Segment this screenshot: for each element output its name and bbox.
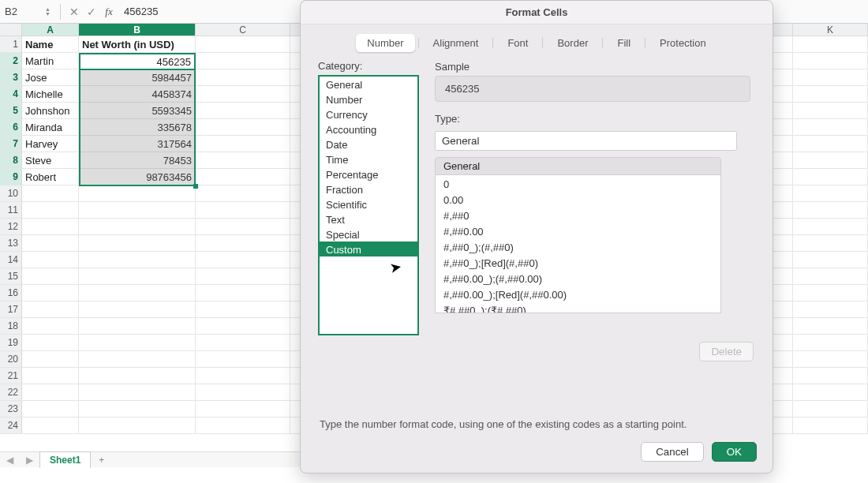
cell[interactable]: [793, 268, 868, 285]
cancel-button[interactable]: Cancel: [641, 442, 704, 462]
tab-border[interactable]: Border: [546, 34, 599, 52]
cell[interactable]: 456235: [79, 53, 196, 69]
cell[interactable]: [793, 417, 868, 434]
cell[interactable]: [793, 119, 868, 136]
cell[interactable]: [793, 235, 868, 252]
row-header[interactable]: 9: [0, 169, 22, 185]
cell[interactable]: [22, 301, 79, 318]
row-header[interactable]: 3: [0, 69, 22, 86]
row-header[interactable]: 4: [0, 86, 22, 103]
cell[interactable]: [22, 335, 79, 351]
cell[interactable]: [22, 219, 79, 235]
cell[interactable]: [196, 268, 290, 285]
cell[interactable]: [79, 219, 196, 235]
format-code-item[interactable]: #,##0.00: [436, 224, 720, 240]
cell[interactable]: [22, 202, 79, 219]
row-header[interactable]: 15: [0, 268, 22, 285]
row-header[interactable]: 11: [0, 202, 22, 219]
formula-value[interactable]: 456235: [118, 6, 158, 17]
cell[interactable]: [22, 252, 79, 268]
cell[interactable]: [196, 368, 290, 384]
format-code-item[interactable]: 0.00: [436, 193, 720, 208]
category-item[interactable]: General: [320, 77, 417, 92]
col-header-K[interactable]: K: [793, 24, 868, 36]
cell[interactable]: 98763456: [79, 169, 196, 185]
cell[interactable]: Jose: [22, 69, 79, 86]
col-header-C[interactable]: C: [196, 24, 290, 36]
cell[interactable]: [79, 384, 196, 401]
cell[interactable]: [196, 301, 290, 318]
category-item[interactable]: Fraction: [320, 182, 417, 197]
cell[interactable]: [196, 318, 290, 335]
cell[interactable]: 335678: [79, 119, 196, 136]
row-header[interactable]: 16: [0, 285, 22, 301]
cell[interactable]: [793, 335, 868, 351]
cell[interactable]: [793, 152, 868, 169]
cell[interactable]: [79, 185, 196, 202]
category-item[interactable]: Custom: [320, 242, 417, 256]
cell[interactable]: [196, 169, 290, 185]
cell[interactable]: 5593345: [79, 103, 196, 119]
cell[interactable]: [196, 69, 290, 86]
cell[interactable]: [79, 335, 196, 351]
confirm-edit-icon[interactable]: ✓: [83, 6, 100, 18]
format-code-item[interactable]: #,##0.00_);(#,##0.00): [436, 271, 720, 287]
cell[interactable]: [22, 268, 79, 285]
tab-nav-left-icon[interactable]: ◀: [0, 455, 20, 466]
format-code-item[interactable]: #,##0: [436, 208, 720, 224]
format-code-item[interactable]: ₹#,##0_);(₹#,##0): [436, 303, 720, 313]
tab-fill[interactable]: Fill: [606, 34, 642, 52]
row-header[interactable]: 19: [0, 335, 22, 351]
cell[interactable]: Michelle: [22, 86, 79, 103]
category-item[interactable]: Currency: [320, 107, 417, 122]
row-header[interactable]: 8: [0, 152, 22, 169]
row-header[interactable]: 17: [0, 301, 22, 318]
row-header[interactable]: 7: [0, 136, 22, 152]
cell[interactable]: [196, 219, 290, 235]
cell[interactable]: [196, 152, 290, 169]
row-header[interactable]: 12: [0, 219, 22, 235]
cell[interactable]: [793, 252, 868, 268]
category-item[interactable]: Number: [320, 92, 417, 107]
cell[interactable]: [196, 351, 290, 368]
tab-font[interactable]: Font: [496, 34, 539, 52]
name-box-stepper-icon[interactable]: ▲▼: [45, 7, 51, 17]
row-header[interactable]: 20: [0, 351, 22, 368]
col-header-A[interactable]: A: [22, 24, 79, 36]
cell[interactable]: Steve: [22, 152, 79, 169]
tab-nav-right-icon[interactable]: ▶: [20, 455, 39, 466]
cell[interactable]: [22, 318, 79, 335]
cell[interactable]: [196, 36, 290, 53]
category-item[interactable]: Text: [320, 212, 417, 227]
cell[interactable]: [793, 318, 868, 335]
cell[interactable]: [22, 368, 79, 384]
row-header[interactable]: 18: [0, 318, 22, 335]
format-code-item[interactable]: 0: [436, 177, 720, 193]
cell[interactable]: [79, 368, 196, 384]
cell[interactable]: Martin: [22, 53, 79, 69]
select-all-corner[interactable]: [0, 24, 22, 36]
cell[interactable]: Name: [22, 36, 79, 53]
cell[interactable]: [196, 335, 290, 351]
cell[interactable]: [793, 69, 868, 86]
row-header[interactable]: 10: [0, 185, 22, 202]
row-header[interactable]: 13: [0, 235, 22, 252]
category-list[interactable]: GeneralNumberCurrencyAccountingDateTimeP…: [318, 75, 419, 335]
ok-button[interactable]: OK: [712, 442, 757, 462]
row-header[interactable]: 1: [0, 36, 22, 53]
cell[interactable]: [22, 285, 79, 301]
row-header[interactable]: 23: [0, 401, 22, 417]
cell[interactable]: Miranda: [22, 119, 79, 136]
cell[interactable]: [79, 401, 196, 417]
cell[interactable]: [793, 185, 868, 202]
cell[interactable]: 317564: [79, 136, 196, 152]
row-header[interactable]: 2: [0, 53, 22, 69]
cell[interactable]: [196, 235, 290, 252]
cell[interactable]: [793, 401, 868, 417]
cell[interactable]: [79, 235, 196, 252]
cell[interactable]: [196, 384, 290, 401]
row-header[interactable]: 21: [0, 368, 22, 384]
cell[interactable]: [22, 185, 79, 202]
cell[interactable]: [22, 401, 79, 417]
cell[interactable]: [22, 417, 79, 434]
